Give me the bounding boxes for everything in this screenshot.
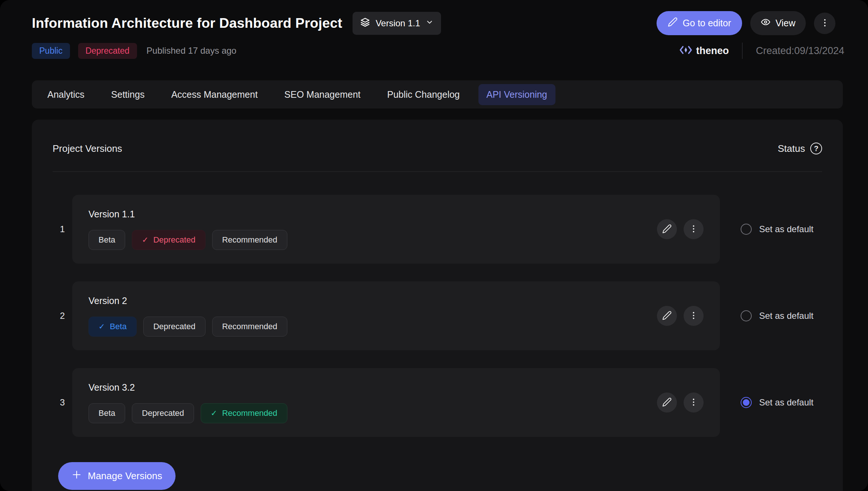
- version-name: Version 2: [89, 295, 287, 306]
- manage-versions-button[interactable]: Manage Versions: [58, 462, 176, 490]
- check-icon: [211, 408, 217, 418]
- version-row: 3 Version 3.2 Beta Deprecated Recommende…: [53, 368, 822, 437]
- version-badges: Beta Deprecated Recommended: [89, 317, 287, 337]
- more-options-button[interactable]: [814, 13, 835, 34]
- version-more-button[interactable]: [684, 219, 704, 239]
- set-default-control: Set as default: [741, 397, 822, 408]
- plus-icon: [71, 470, 82, 482]
- divider: [53, 171, 822, 172]
- go-to-editor-button[interactable]: Go to editor: [657, 11, 742, 35]
- version-row: 2 Version 2 Beta Deprecated Recommended: [53, 281, 822, 350]
- set-default-label: Set as default: [759, 311, 814, 321]
- go-to-editor-label: Go to editor: [683, 18, 731, 29]
- version-card: Version 2 Beta Deprecated Recommended: [72, 281, 720, 350]
- badge-recommended: Recommended: [212, 317, 287, 337]
- edit-version-button[interactable]: [657, 219, 677, 239]
- layers-icon: [360, 17, 370, 30]
- set-default-label: Set as default: [759, 397, 814, 408]
- view-button[interactable]: View: [750, 11, 806, 35]
- version-name: Version 3.2: [89, 382, 287, 393]
- set-default-control: Set as default: [741, 310, 822, 321]
- project-versions-panel: Project Versions Status 1 Version 1.1 Be…: [32, 120, 843, 491]
- question-icon[interactable]: [810, 143, 822, 154]
- badge-beta: Beta: [89, 230, 125, 250]
- manage-versions-label: Manage Versions: [88, 470, 162, 482]
- set-default-radio[interactable]: [741, 224, 752, 235]
- tab-analytics[interactable]: Analytics: [39, 84, 93, 105]
- tab-api-versioning[interactable]: API Versioning: [478, 84, 555, 105]
- badge-beta: Beta: [89, 317, 137, 337]
- view-label: View: [775, 18, 795, 29]
- version-info: Version 2 Beta Deprecated Recommended: [89, 295, 287, 337]
- visibility-badge: Public: [32, 43, 70, 59]
- tab-settings[interactable]: Settings: [103, 84, 153, 105]
- edit-version-button[interactable]: [657, 306, 677, 326]
- meta-row: Public Deprecated Published 17 days ago …: [0, 35, 868, 59]
- brand-logo: theneo: [679, 45, 729, 57]
- version-more-button[interactable]: [684, 393, 704, 412]
- created-date: Created:09/13/2024: [756, 45, 844, 57]
- tab-public-changelog[interactable]: Public Changelog: [379, 84, 468, 105]
- check-icon: [142, 235, 148, 245]
- deprecated-badge: Deprecated: [78, 43, 137, 59]
- version-badges: Beta Deprecated Recommended: [89, 230, 287, 250]
- version-card: Version 1.1 Beta Deprecated Recommended: [72, 195, 720, 264]
- version-info: Version 3.2 Beta Deprecated Recommended: [89, 382, 287, 423]
- version-more-button[interactable]: [684, 306, 704, 326]
- version-selector-label: Version 1.1: [375, 18, 420, 29]
- badge-deprecated: Deprecated: [132, 230, 205, 250]
- kebab-menu-icon: [689, 311, 698, 321]
- version-selector[interactable]: Version 1.1: [353, 12, 441, 35]
- divider: [742, 43, 742, 59]
- version-actions: [657, 306, 704, 326]
- panel-title: Project Versions: [53, 143, 122, 154]
- version-name: Version 1.1: [89, 209, 287, 220]
- pencil-icon: [662, 224, 672, 235]
- pencil-icon: [662, 311, 672, 321]
- pencil-icon: [668, 17, 678, 29]
- panel-header: Project Versions Status: [53, 143, 822, 154]
- eye-icon: [761, 17, 771, 29]
- kebab-menu-icon: [820, 18, 830, 29]
- tab-access-management[interactable]: Access Management: [163, 84, 266, 105]
- badge-deprecated: Deprecated: [143, 317, 206, 337]
- version-info: Version 1.1 Beta Deprecated Recommended: [89, 209, 287, 250]
- tab-bar: Analytics Settings Access Management SEO…: [32, 80, 843, 108]
- published-text: Published 17 days ago: [147, 46, 237, 56]
- top-bar: Information Architecture for Dashboard P…: [0, 0, 868, 35]
- brand-name: theneo: [696, 45, 729, 57]
- set-default-radio[interactable]: [741, 397, 752, 408]
- badge-recommended: Recommended: [201, 403, 287, 423]
- row-index: 2: [53, 311, 72, 321]
- set-default-control: Set as default: [741, 224, 822, 235]
- row-index: 3: [53, 397, 72, 408]
- version-badges: Beta Deprecated Recommended: [89, 403, 287, 423]
- edit-version-button[interactable]: [657, 393, 677, 412]
- status-header: Status: [778, 143, 822, 154]
- version-card: Version 3.2 Beta Deprecated Recommended: [72, 368, 720, 437]
- tab-seo-management[interactable]: SEO Management: [276, 84, 369, 105]
- badge-beta: Beta: [89, 403, 125, 423]
- kebab-menu-icon: [689, 397, 698, 408]
- version-actions: [657, 393, 704, 412]
- app-window: Information Architecture for Dashboard P…: [0, 0, 868, 491]
- row-index: 1: [53, 224, 72, 234]
- version-actions: [657, 219, 704, 239]
- badge-deprecated: Deprecated: [132, 403, 194, 423]
- badge-recommended: Recommended: [212, 230, 287, 250]
- set-default-label: Set as default: [759, 224, 814, 234]
- theneo-logo-icon: [679, 45, 692, 56]
- kebab-menu-icon: [689, 224, 698, 235]
- page-title: Information Architecture for Dashboard P…: [32, 16, 342, 31]
- set-default-radio[interactable]: [741, 310, 752, 321]
- version-row: 1 Version 1.1 Beta Deprecated Recommende…: [53, 195, 822, 264]
- check-icon: [99, 322, 105, 331]
- pencil-icon: [662, 397, 672, 408]
- chevron-down-icon: [425, 18, 434, 29]
- version-rows: 1 Version 1.1 Beta Deprecated Recommende…: [53, 195, 822, 437]
- status-label: Status: [778, 143, 805, 154]
